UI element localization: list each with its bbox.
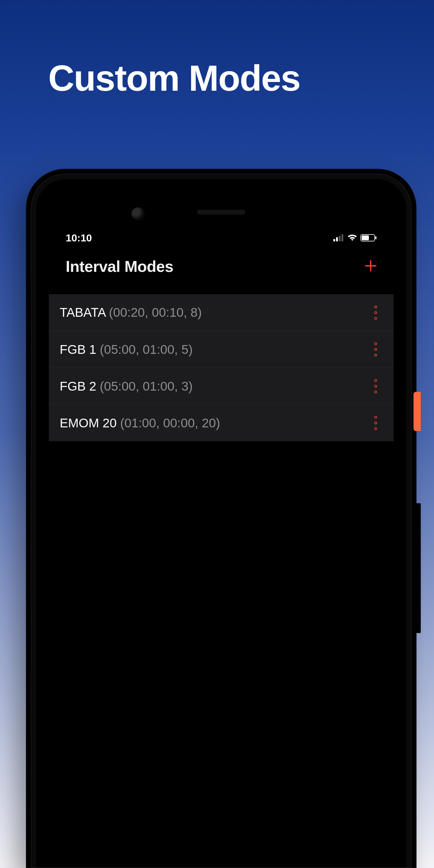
cellular-icon xyxy=(333,234,344,241)
mode-name: TABATA xyxy=(60,305,105,319)
status-icons xyxy=(333,234,377,241)
svg-rect-0 xyxy=(333,239,335,241)
more-vertical-icon xyxy=(374,416,377,418)
list-item[interactable]: FGB 1 (05:00, 01:00, 5) xyxy=(49,331,394,368)
device-camera xyxy=(131,207,145,221)
more-vertical-icon xyxy=(374,379,377,382)
wifi-icon xyxy=(347,234,358,241)
mode-params: (05:00, 01:00, 5) xyxy=(100,342,193,356)
device-volume-button xyxy=(413,503,421,633)
row-menu-button[interactable] xyxy=(370,414,381,432)
device-frame: 10:10 xyxy=(26,169,416,868)
page-title: Interval Modes xyxy=(66,257,173,276)
row-menu-button[interactable] xyxy=(370,377,381,396)
device-speaker xyxy=(197,210,245,215)
mode-params: (01:00, 00:00, 20) xyxy=(120,416,220,430)
status-bar: 10:10 xyxy=(49,227,394,248)
svg-rect-5 xyxy=(362,236,369,240)
device-power-button xyxy=(413,392,421,431)
battery-icon xyxy=(361,234,377,241)
svg-rect-6 xyxy=(375,236,376,239)
plus-icon xyxy=(364,259,377,273)
list-item[interactable]: EMOM 20 (01:00, 00:00, 20) xyxy=(49,404,394,441)
row-menu-button[interactable] xyxy=(370,304,381,321)
mode-name: EMOM 20 xyxy=(60,416,117,430)
svg-rect-1 xyxy=(336,237,338,241)
list-item[interactable]: FGB 2 (05:00, 01:00, 3) xyxy=(49,368,394,404)
mode-params: (05:00, 01:00, 3) xyxy=(100,379,193,393)
row-menu-button[interactable] xyxy=(370,341,381,359)
app-screen: 10:10 xyxy=(49,227,394,867)
more-vertical-icon xyxy=(374,342,377,345)
status-time: 10:10 xyxy=(66,232,92,244)
app-header: Interval Modes xyxy=(49,248,394,284)
add-mode-button[interactable] xyxy=(362,257,380,276)
promo-title: Custom Modes xyxy=(48,57,300,99)
mode-params: (00:20, 00:10, 8) xyxy=(109,305,202,319)
mode-name: FGB 2 xyxy=(60,379,96,393)
modes-list: TABATA (00:20, 00:10, 8) FGB 1 (05:00, 0… xyxy=(49,294,394,441)
mode-name: FGB 1 xyxy=(60,342,96,356)
list-item[interactable]: TABATA (00:20, 00:10, 8) xyxy=(49,294,394,331)
svg-rect-3 xyxy=(341,234,343,241)
more-vertical-icon xyxy=(374,306,377,308)
svg-rect-2 xyxy=(339,236,341,241)
